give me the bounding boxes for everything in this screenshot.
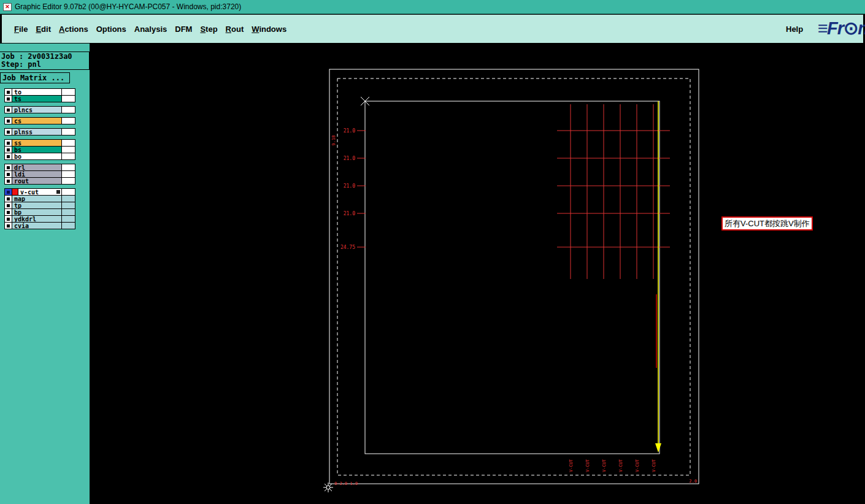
layer-name[interactable]: map	[12, 196, 61, 202]
layer-name[interactable]: bp	[12, 209, 61, 215]
layer-row-bp[interactable]: bp	[4, 208, 75, 216]
layer-name[interactable]: ts	[12, 96, 61, 102]
layer-row-tp[interactable]: tp	[4, 202, 75, 209]
layer-row-tail	[61, 118, 75, 124]
menu-windows[interactable]: Windows	[252, 25, 286, 34]
menu-rout[interactable]: Rout	[226, 25, 244, 34]
layer-row-tail	[61, 96, 75, 102]
logo-text-fr: Fr	[827, 18, 844, 38]
layer-row-rout[interactable]: rout	[4, 177, 75, 185]
panel-outer-border	[329, 69, 699, 484]
layer-visibility-checkbox[interactable]	[5, 107, 12, 113]
layer-row-cs[interactable]: cs	[4, 117, 75, 124]
layer-row-tail	[61, 189, 75, 195]
layer-row-ts[interactable]: ts	[4, 95, 75, 102]
layer-visibility-checkbox[interactable]	[5, 153, 12, 159]
layer-row-v-cut[interactable]: v-cut	[4, 188, 75, 196]
origin-label: 0-2.0 1.0	[334, 481, 358, 486]
layer-visibility-checkbox[interactable]	[5, 164, 12, 170]
layer-row-drl[interactable]: drl	[4, 164, 75, 171]
menu-edit[interactable]: Edit	[36, 25, 51, 34]
layer-name[interactable]: v-cut	[18, 189, 61, 195]
work-layer-marker-icon	[56, 190, 60, 194]
sidebar: Job : 2v0031z3a0 Step: pnl Job Matrix ..…	[0, 44, 90, 504]
layer-name[interactable]: plnss	[12, 129, 61, 135]
left-vertical-label: 9.18	[331, 136, 336, 146]
layer-row-cvia[interactable]: cvia	[4, 222, 75, 229]
layer-row-ldi[interactable]: ldi	[4, 170, 75, 178]
vcut-label: V-CUT	[602, 459, 607, 472]
job-info: Job : 2v0031z3a0 Step: pnl	[0, 52, 90, 70]
origin-marker	[323, 483, 333, 492]
layer-name[interactable]: ydkdrl	[12, 216, 61, 222]
menu-dfm[interactable]: DFM	[175, 25, 192, 34]
panel-drawing: 21.0 21.0 21.0 21.0 24.75 9.18 V-CUT V-C…	[90, 44, 865, 504]
layer-name[interactable]: ss	[12, 140, 61, 146]
canvas[interactable]: 21.0 21.0 21.0 21.0 24.75 9.18 V-CUT V-C…	[90, 44, 865, 504]
menu-options[interactable]: Options	[96, 25, 126, 34]
layer-row-map[interactable]: map	[4, 195, 75, 202]
layer-row-ydkdrl[interactable]: ydkdrl	[4, 215, 75, 223]
layer-name[interactable]: drl	[12, 164, 61, 170]
logo-text-nt: nt	[858, 18, 865, 38]
layer-row-bs[interactable]: bs	[4, 146, 75, 153]
menu-file[interactable]: File	[14, 25, 28, 34]
menu-help[interactable]: Help	[786, 25, 803, 34]
layer-row-tail	[61, 140, 75, 146]
profile-rect	[365, 101, 659, 454]
vcut-label: V-CUT	[569, 459, 574, 472]
layer-name[interactable]: cvia	[12, 223, 61, 229]
layer-name[interactable]: rout	[12, 178, 61, 184]
layer-row-tail	[61, 209, 75, 215]
job-matrix-button[interactable]: Job Matrix ...	[0, 72, 70, 83]
layer-row-tail	[61, 147, 75, 153]
layer-row-plncs[interactable]: plncs	[4, 106, 75, 113]
step-label: Step: pnl	[1, 61, 88, 69]
layer-visibility-checkbox[interactable]	[5, 129, 12, 135]
dim-label: 21.0	[344, 211, 355, 216]
layer-row-bo[interactable]: bo	[4, 153, 75, 160]
dim-label: 24.75	[340, 245, 355, 250]
layer-color-swatch	[12, 189, 18, 195]
layer-row-tail	[61, 223, 75, 229]
layer-visibility-checkbox[interactable]	[5, 202, 12, 208]
logo-target-icon: ⊙	[844, 18, 858, 38]
dim-label: 21.0	[344, 128, 355, 134]
vcut-arrow-icon	[655, 443, 661, 452]
menu-analysis[interactable]: Analysis	[134, 25, 167, 34]
layer-visibility-checkbox[interactable]	[5, 118, 12, 124]
layer-row-tail	[61, 153, 75, 159]
layer-list: totsplncscsplnssssbsbodrlldiroutv-cutmap…	[4, 88, 75, 229]
layer-name[interactable]: ldi	[12, 171, 61, 177]
layer-visibility-checkbox[interactable]	[5, 216, 12, 222]
layer-visibility-checkbox[interactable]	[5, 89, 12, 95]
layer-visibility-checkbox[interactable]	[5, 178, 12, 184]
layer-name[interactable]: plncs	[12, 107, 61, 113]
layer-visibility-checkbox[interactable]	[5, 147, 12, 153]
vcut-label: V-CUT	[618, 459, 623, 472]
menu-actions[interactable]: Actions	[59, 25, 88, 34]
layer-visibility-checkbox[interactable]	[5, 140, 12, 146]
layer-row-ss[interactable]: ss	[4, 139, 75, 147]
layer-visibility-checkbox[interactable]	[5, 189, 12, 195]
layer-visibility-checkbox[interactable]	[5, 223, 12, 229]
window-title: Graphic Editor 9.07b2 (00@HY-HYCAM-PC057…	[15, 2, 241, 11]
layer-name[interactable]: cs	[12, 118, 61, 124]
layer-row-to[interactable]: to	[4, 88, 75, 96]
layer-visibility-checkbox[interactable]	[5, 209, 12, 215]
layer-visibility-checkbox[interactable]	[5, 96, 12, 102]
vcut-grid-lines	[357, 104, 670, 279]
menu-step[interactable]: Step	[200, 25, 217, 34]
layer-visibility-checkbox[interactable]	[5, 171, 12, 177]
dim-label: 21.0	[344, 183, 355, 189]
layer-name[interactable]: bo	[12, 153, 61, 159]
layer-name[interactable]: tp	[12, 202, 61, 208]
layer-name[interactable]: to	[12, 89, 61, 95]
corner-label: 2.0	[689, 479, 697, 484]
layer-row-tail	[61, 178, 75, 184]
layer-visibility-checkbox[interactable]	[5, 196, 12, 202]
dim-label: 21.0	[344, 156, 355, 161]
layer-name[interactable]: bs	[12, 147, 61, 153]
layer-row-plnss[interactable]: plnss	[4, 128, 75, 136]
layer-row-tail	[61, 107, 75, 113]
